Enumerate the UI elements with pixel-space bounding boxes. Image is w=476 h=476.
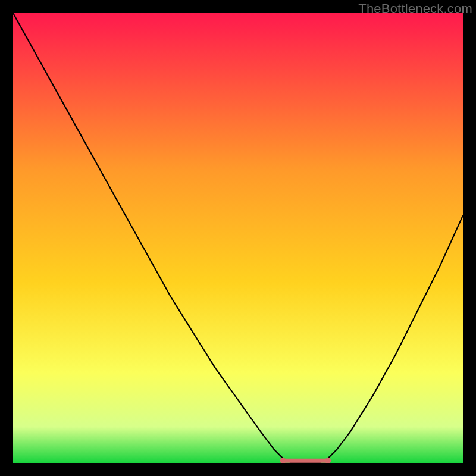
chart-frame: TheBottleneck.com — [0, 0, 476, 476]
trough-endpoint-left — [280, 458, 286, 463]
trough-endpoint-right — [325, 458, 331, 463]
curve-layer — [13, 13, 463, 463]
plot-area — [13, 13, 463, 463]
bottleneck-curve — [13, 13, 463, 463]
